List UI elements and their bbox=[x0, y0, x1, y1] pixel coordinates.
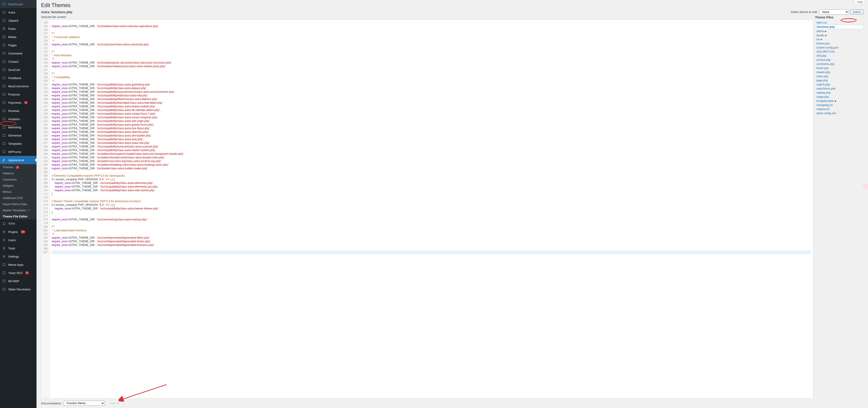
sidebar-item-label: SureCart bbox=[8, 68, 20, 72]
sidebar-item-analytics[interactable]: Analytics bbox=[0, 115, 36, 123]
sidebar-item-payments[interactable]: Payments1 bbox=[0, 99, 36, 107]
sidebar-item-plugins[interactable]: Plugins17 bbox=[0, 228, 36, 236]
sidebar-item-label: Plugins bbox=[8, 230, 18, 234]
file-label: assets bbox=[816, 34, 825, 37]
marketing-icon bbox=[2, 125, 6, 130]
users-icon bbox=[2, 238, 6, 242]
sidebar-item-settings[interactable]: Settings bbox=[0, 252, 36, 261]
file-item-single-php[interactable]: single.php bbox=[815, 95, 863, 99]
sidebar-item-jetpack[interactable]: Jetpack bbox=[0, 16, 36, 25]
woocommerce-icon bbox=[2, 84, 6, 89]
sidebar-item-marketing[interactable]: Marketing bbox=[0, 123, 36, 131]
file-item-page-php[interactable]: page.php bbox=[815, 78, 863, 82]
svg-rect-1 bbox=[3, 11, 5, 13]
file-item-changelog-txt[interactable]: changelog.txt bbox=[815, 103, 863, 107]
sidebar-item-astra[interactable]: Astra bbox=[0, 8, 36, 16]
theme-files-title: Theme Files bbox=[815, 15, 863, 19]
sidebar-item-dashboard[interactable]: Dashboard bbox=[0, 0, 36, 8]
file-item-assets[interactable]: assets ▶ bbox=[815, 33, 863, 37]
sidebar-item-comments[interactable]: Comments bbox=[0, 49, 36, 58]
sidebar-item-reviews[interactable]: Reviews bbox=[0, 107, 36, 115]
file-label: searchform.php bbox=[816, 87, 835, 90]
svg-rect-14 bbox=[3, 126, 5, 128]
file-item-admin[interactable]: admin ▶ bbox=[815, 29, 863, 33]
sidebar-item-templates[interactable]: Templates bbox=[0, 139, 36, 148]
main-content: Help Edit Themes Astra: functions.php Se… bbox=[36, 0, 868, 408]
sidebar-item-tools[interactable]: Tools bbox=[0, 244, 36, 252]
submenu-item-starter-templates[interactable]: Starter Templates bbox=[0, 207, 36, 213]
file-item-toolset-config-json[interactable]: toolset-config.json bbox=[815, 45, 863, 50]
sidebar-item-label: Products bbox=[8, 93, 20, 96]
sidebar-item-elementor[interactable]: Elementor bbox=[0, 131, 36, 139]
sidebar-item-surecart[interactable]: SureCart bbox=[0, 66, 36, 74]
sidebar-item-feedback[interactable]: Feedback bbox=[0, 74, 36, 82]
folder-arrow-icon: ▶ bbox=[835, 100, 837, 102]
sidebar-item-media[interactable]: Media bbox=[0, 33, 36, 41]
file-item-header-php[interactable]: header.php bbox=[815, 70, 863, 74]
submenu-item-additional-css[interactable]: Additional CSS bbox=[0, 195, 36, 201]
sidebar-item-wpforms[interactable]: WPForms bbox=[0, 148, 36, 156]
file-item-SECURITY-md[interactable]: SECURITY.md bbox=[815, 50, 863, 54]
file-item-index-php[interactable]: index.php bbox=[815, 74, 863, 78]
submenu-item-customize[interactable]: Customize bbox=[0, 176, 36, 182]
sidebar-item-label: Media bbox=[8, 35, 16, 39]
submenu-item-import-demo-data[interactable]: Import Demo Data bbox=[0, 201, 36, 207]
selected-file-label: Selected file content: bbox=[41, 15, 813, 19]
file-item-sidebar-php[interactable]: sidebar.php bbox=[815, 91, 863, 95]
svg-rect-9 bbox=[3, 85, 5, 87]
sidebar-item-label: Yoast SEO bbox=[8, 271, 23, 275]
wpforms-icon bbox=[2, 149, 6, 154]
file-item-functions-php[interactable]: functions.php bbox=[815, 25, 863, 29]
file-item-theme-json[interactable]: theme.json bbox=[815, 41, 863, 45]
help-button[interactable]: Help bbox=[855, 0, 865, 4]
submenu-item-menus[interactable]: Menus bbox=[0, 189, 36, 195]
svg-rect-6 bbox=[3, 60, 5, 63]
jetpack-icon bbox=[2, 18, 6, 23]
file-item-footer-php[interactable]: footer.php bbox=[815, 66, 863, 70]
file-item-readme-txt[interactable]: readme.txt bbox=[815, 107, 863, 111]
sidebar-item-products[interactable]: Products bbox=[0, 90, 36, 99]
code-editor[interactable]: 1241251261271281291301311321331341351361… bbox=[41, 20, 813, 399]
page-title: Edit Themes bbox=[41, 2, 863, 8]
select-theme-button[interactable]: Select bbox=[850, 9, 863, 14]
code-body[interactable]: require_once ASTRA_THEME_DIR . 'inc/meta… bbox=[50, 20, 813, 398]
file-item-style-css[interactable]: style.css bbox=[815, 21, 863, 25]
sidebar-item-users[interactable]: Users bbox=[0, 236, 36, 244]
submenu-item-theme-file-editor[interactable]: Theme File Editor bbox=[0, 213, 36, 219]
file-item-search-php[interactable]: search.php bbox=[815, 82, 863, 87]
file-label: header.php bbox=[816, 71, 830, 74]
sidebar-item-yith[interactable]: YITH bbox=[0, 219, 36, 228]
submenu-item-patterns[interactable]: Patterns bbox=[0, 170, 36, 176]
theme-selector: Select theme to edit: Astra Select bbox=[790, 9, 863, 14]
doc-select[interactable]: Function Name... bbox=[64, 401, 105, 406]
file-item-404-php[interactable]: 404.php bbox=[815, 54, 863, 58]
file-item-comments-php[interactable]: comments.php bbox=[815, 62, 863, 66]
file-label: index.php bbox=[816, 75, 828, 78]
sidebar-item-mc4wp[interactable]: MC4WP bbox=[0, 277, 36, 285]
sidebar-item-label: Dashboard bbox=[8, 2, 23, 6]
sidebar-item-meow-apps[interactable]: Meow Apps bbox=[0, 261, 36, 269]
submenu-item-themes[interactable]: Themes1 bbox=[0, 164, 36, 170]
file-item-archive-php[interactable]: archive.php bbox=[815, 58, 863, 62]
sidebar-item-contact[interactable]: Contact bbox=[0, 58, 36, 66]
sidebar-item-posts[interactable]: Posts bbox=[0, 25, 36, 33]
sidebar-item-label: Users bbox=[8, 238, 16, 242]
sidebar-item-yoast-seo[interactable]: Yoast SEO2 bbox=[0, 269, 36, 277]
submenu-item-widgets[interactable]: Widgets bbox=[0, 182, 36, 189]
sidebar-item-appearance[interactable]: Appearance bbox=[0, 156, 36, 164]
file-item-wpml-config-xml[interactable]: wpml-config.xml bbox=[815, 111, 863, 115]
sidebar-item-slider-revolution[interactable]: Slider Revolution bbox=[0, 285, 36, 293]
sidebar-item-woocommerce[interactable]: WooCommerce bbox=[0, 82, 36, 90]
file-label: sidebar.php bbox=[816, 91, 831, 94]
svg-rect-2 bbox=[3, 20, 5, 22]
sidebar-item-pages[interactable]: Pages bbox=[0, 41, 36, 49]
submenu-label: Starter Templates bbox=[3, 209, 26, 212]
theme-select[interactable]: Astra bbox=[819, 9, 849, 14]
external-link-icon bbox=[27, 209, 30, 211]
file-item-searchform-php[interactable]: searchform.php bbox=[815, 87, 863, 91]
floating-badge[interactable] bbox=[863, 184, 868, 189]
file-item-inc[interactable]: inc ▶ bbox=[815, 37, 863, 41]
badge: 2 bbox=[25, 271, 29, 274]
file-item-template-parts[interactable]: template-parts ▶ bbox=[815, 99, 863, 103]
file-label: readme.txt bbox=[816, 108, 830, 111]
